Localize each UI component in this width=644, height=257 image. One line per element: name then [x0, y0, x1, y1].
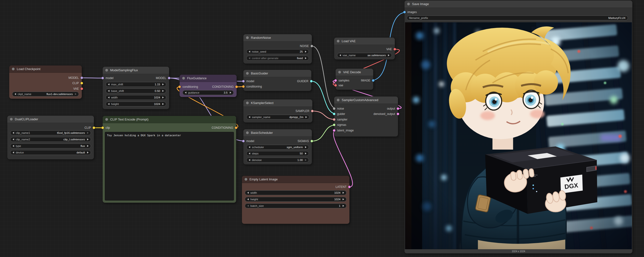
input-port-model[interactable]: model	[242, 139, 254, 143]
input-port-guider[interactable]: guider	[333, 112, 345, 116]
collapse-dot-icon[interactable]	[246, 72, 249, 75]
node-header[interactable]: Save Image	[404, 0, 632, 8]
widget-device[interactable]: devicedefault	[10, 150, 91, 155]
output-port-vae[interactable]: VAE	[386, 47, 396, 51]
output-port-clip[interactable]: CLIP	[72, 81, 83, 85]
node-header[interactable]: SamplerCustomAdvanced	[334, 96, 398, 104]
node-header[interactable]: Load Checkpoint	[9, 65, 82, 73]
port-dot-icon[interactable]	[80, 87, 83, 90]
node-header[interactable]: BasicScheduler	[244, 129, 312, 137]
collapse-dot-icon[interactable]	[244, 178, 247, 181]
increment-arrow-icon[interactable]	[87, 145, 88, 147]
widget-noise-seed[interactable]: noise_seed25	[246, 49, 309, 54]
widget-clip-name1[interactable]: clip_name1t5xxl_fp16.safetensors	[10, 130, 91, 135]
decrement-arrow-icon[interactable]	[12, 138, 14, 140]
increment-arrow-icon[interactable]	[388, 54, 390, 56]
widget-control-after-generate[interactable]: control after generatefixed	[246, 56, 309, 61]
widget-max-shift[interactable]: max_shift1.15	[106, 82, 166, 87]
port-dot-icon[interactable]	[80, 82, 83, 84]
node-dual-clip-loader[interactable]: DualCLIPLoader CLIP clip_name1t5xxl_fp16…	[7, 116, 94, 159]
increment-arrow-icon[interactable]	[306, 116, 307, 118]
decrement-arrow-icon[interactable]	[247, 205, 249, 207]
output-port-conditioning[interactable]: CONDITIONING	[212, 126, 237, 129]
widget-clip-name2[interactable]: clip_name2clip_l.safetensors	[10, 137, 91, 142]
input-port-model[interactable]: model	[102, 76, 114, 80]
port-dot-icon[interactable]	[394, 48, 396, 50]
output-port-sampler[interactable]: SAMPLER	[296, 109, 314, 113]
node-header[interactable]: ModelSamplingFlux	[103, 67, 169, 74]
widget-scheduler[interactable]: schedulersgm_uniform	[246, 145, 309, 150]
port-dot-icon[interactable]	[333, 113, 335, 115]
increment-arrow-icon[interactable]	[87, 138, 88, 140]
widget-denoise[interactable]: denoise1.00	[246, 158, 309, 162]
output-port-output[interactable]: output	[387, 107, 399, 110]
collapse-dot-icon[interactable]	[337, 40, 340, 42]
input-port-conditioning[interactable]: conditioning	[242, 85, 262, 88]
output-port-model[interactable]: MODEL	[156, 76, 170, 80]
node-header[interactable]: CLIP Text Encode (Prompt)	[103, 116, 236, 123]
port-dot-icon[interactable]	[333, 129, 335, 132]
output-port-denoised-output[interactable]: denoised_output	[374, 112, 399, 116]
input-port-samples[interactable]: samples	[334, 79, 350, 82]
decrement-arrow-icon[interactable]	[249, 57, 250, 59]
output-port-model[interactable]: MODEL	[68, 76, 83, 79]
port-dot-icon[interactable]	[333, 124, 335, 126]
port-dot-icon[interactable]	[102, 77, 104, 79]
widget-height[interactable]: height1024	[106, 102, 166, 106]
node-ksampler-select[interactable]: KSamplerSelect SAMPLER sampler_namedpmpp…	[244, 99, 312, 122]
port-dot-icon[interactable]	[310, 80, 312, 82]
input-port-sampler[interactable]: sampler	[333, 118, 348, 121]
node-sampler-custom-advanced[interactable]: SamplerCustomAdvanced noise guider sampl…	[334, 96, 398, 137]
node-vae-decode[interactable]: VAE Decode samples vae IMAGE	[336, 69, 373, 90]
port-dot-icon[interactable]	[235, 127, 237, 129]
decrement-arrow-icon[interactable]	[249, 153, 250, 154]
node-load-checkpoint[interactable]: Load Checkpoint MODEL CLIP VAE ckpt_name…	[9, 65, 82, 99]
node-random-noise[interactable]: RandomNoise NOISE noise_seed25 control a…	[244, 34, 312, 63]
decrement-arrow-icon[interactable]	[108, 103, 110, 105]
decrement-arrow-icon[interactable]	[108, 90, 110, 92]
decrement-arrow-icon[interactable]	[108, 83, 110, 85]
node-header[interactable]: RandomNoise	[244, 34, 312, 41]
increment-arrow-icon[interactable]	[305, 51, 306, 53]
node-basic-guider[interactable]: BasicGuider model conditioning GUIDER	[244, 70, 311, 91]
decrement-arrow-icon[interactable]	[12, 145, 14, 147]
port-dot-icon[interactable]	[310, 140, 313, 142]
collapse-dot-icon[interactable]	[246, 131, 249, 134]
decrement-arrow-icon[interactable]	[247, 198, 249, 200]
collapse-dot-icon[interactable]	[105, 69, 108, 71]
decrement-arrow-icon[interactable]	[249, 159, 250, 161]
increment-arrow-icon[interactable]	[87, 132, 88, 134]
widget-base-shift[interactable]: base_shift0.50	[106, 88, 166, 93]
input-port-clip[interactable]: clip	[102, 126, 110, 129]
input-port-model[interactable]: model	[242, 79, 254, 83]
node-load-vae[interactable]: Load VAE VAE vae_nameae.safetensors	[334, 37, 395, 59]
port-dot-icon[interactable]	[397, 113, 399, 115]
collapse-dot-icon[interactable]	[12, 68, 14, 70]
increment-arrow-icon[interactable]	[305, 159, 306, 161]
port-dot-icon[interactable]	[348, 186, 351, 188]
increment-arrow-icon[interactable]	[162, 83, 164, 85]
port-dot-icon[interactable]	[333, 118, 335, 121]
port-dot-icon[interactable]	[403, 11, 406, 13]
collapse-dot-icon[interactable]	[407, 3, 410, 5]
port-dot-icon[interactable]	[80, 77, 83, 79]
output-port-sigmas[interactable]: SIGMAS	[298, 139, 313, 143]
node-graph-canvas[interactable]: Load Checkpoint MODEL CLIP VAE ckpt_name…	[0, 0, 644, 257]
increment-arrow-icon[interactable]	[343, 192, 344, 194]
node-save-image[interactable]: Save Image images filename_prefixMarkury…	[404, 0, 632, 253]
widget-width[interactable]: width1024	[106, 95, 166, 100]
port-dot-icon[interactable]	[333, 107, 335, 110]
prompt-textarea[interactable]: Toy Jensen holding a DGX Spark in a data…	[105, 132, 234, 201]
widget-height[interactable]: height1024	[245, 197, 346, 202]
decrement-arrow-icon[interactable]	[249, 116, 250, 118]
decrement-arrow-icon[interactable]	[14, 93, 16, 95]
decrement-arrow-icon[interactable]	[12, 132, 14, 134]
input-port-vae[interactable]: vae	[334, 84, 343, 87]
increment-arrow-icon[interactable]	[343, 198, 344, 200]
input-port-images[interactable]: images	[403, 10, 417, 14]
output-port-image[interactable]: IMAGE	[361, 79, 374, 82]
port-dot-icon[interactable]	[311, 110, 314, 112]
decrement-arrow-icon[interactable]	[247, 192, 249, 194]
increment-arrow-icon[interactable]	[230, 92, 231, 94]
increment-arrow-icon[interactable]	[305, 57, 306, 59]
